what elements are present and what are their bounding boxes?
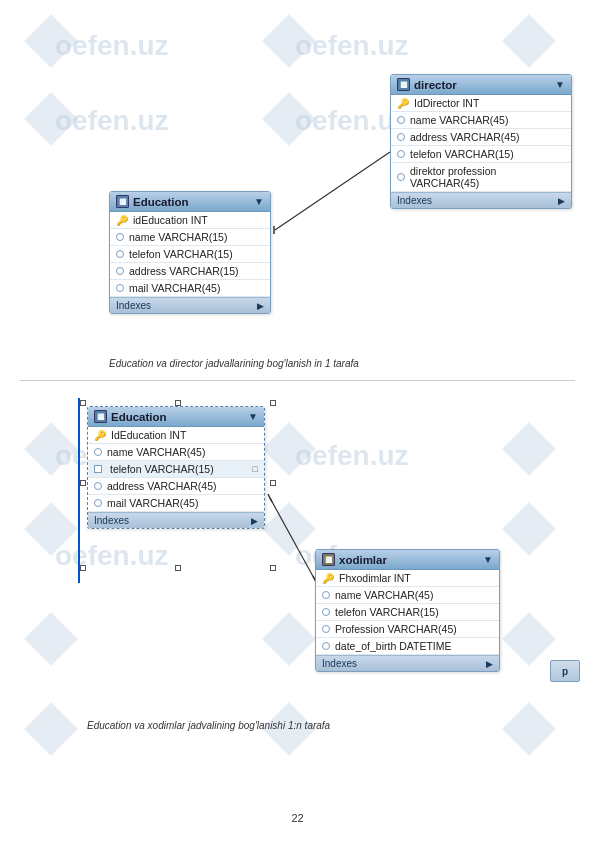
field-dot <box>94 482 102 490</box>
field-dot <box>397 133 405 141</box>
diamond-decor <box>262 422 316 476</box>
selection-handle <box>80 565 86 571</box>
diamond-decor <box>502 502 556 556</box>
director-title: director <box>414 79 457 91</box>
field-dot <box>94 499 102 507</box>
field-dot <box>94 465 102 473</box>
field-name-edu2: name VARCHAR(45) <box>88 444 264 461</box>
education-table-header-2: ▦ Education ▼ <box>88 407 264 427</box>
indexes-row-edu2: Indexes ▶ <box>88 512 264 528</box>
watermark-7: oefen.uz <box>55 540 169 572</box>
section-divider <box>20 380 575 381</box>
education-table-header-1: ▦ Education ▼ <box>110 192 270 212</box>
field-dob-xod: date_of_birth DATETIME <box>316 638 499 655</box>
field-dot <box>397 173 405 181</box>
table-icon: ▦ <box>322 553 335 566</box>
selection-handle <box>80 480 86 486</box>
field-telefon-edu2: telefon VARCHAR(15) □ <box>88 461 264 478</box>
field-address-1: address VARCHAR(15) <box>110 263 270 280</box>
field-dot <box>397 150 405 158</box>
toolbar-button[interactable]: p <box>550 660 580 682</box>
diamond-decor <box>24 502 78 556</box>
field-dot <box>322 608 330 616</box>
field-idEducation-2: 🔑 IdEducation INT <box>88 427 264 444</box>
field-name-1: name VARCHAR(15) <box>110 229 270 246</box>
watermark-1: oefen.uz <box>55 30 169 62</box>
caption-section2: Education va xodimlar jadvalining bog'la… <box>87 720 330 731</box>
director-table-header: ▦ director ▼ <box>391 75 571 95</box>
xodimlar-title: xodimlar <box>339 554 387 566</box>
header-arrow: ▼ <box>483 554 493 565</box>
field-mail-1: mail VARCHAR(45) <box>110 280 270 297</box>
field-address-dir: address VARCHAR(45) <box>391 129 571 146</box>
selection-handle <box>270 480 276 486</box>
diamond-decor <box>262 14 316 68</box>
diamond-decor <box>502 14 556 68</box>
field-idDirector: 🔑 IdDirector INT <box>391 95 571 112</box>
diamond-decor <box>262 502 316 556</box>
xodimlar-table: ▦ xodimlar ▼ 🔑 Fhxodimlar INT name VARCH… <box>315 549 500 672</box>
field-dot <box>116 284 124 292</box>
selection-handle <box>175 565 181 571</box>
field-dot <box>116 250 124 258</box>
svg-line-0 <box>275 152 390 230</box>
education-table-section1: ▦ Education ▼ 🔑 idEducation INT name VAR… <box>109 191 271 314</box>
diamond-decor <box>262 92 316 146</box>
selection-handle <box>270 565 276 571</box>
field-dot <box>322 625 330 633</box>
svg-line-4 <box>268 494 272 502</box>
diamond-decor <box>502 612 556 666</box>
director-table: ▦ director ▼ 🔑 IdDirector INT name VARCH… <box>390 74 572 209</box>
diamond-decor <box>24 422 78 476</box>
field-dot <box>116 233 124 241</box>
field-telefon-dir: telefon VARCHAR(15) <box>391 146 571 163</box>
indexes-row-dir: Indexes ▶ <box>391 192 571 208</box>
diamond-decor <box>24 14 78 68</box>
education-title-1: Education <box>133 196 189 208</box>
table-icon: ▦ <box>94 410 107 423</box>
cursor-line <box>78 398 80 583</box>
field-name-xod: name VARCHAR(45) <box>316 587 499 604</box>
diamond-decor <box>262 612 316 666</box>
field-name-dir: name VARCHAR(45) <box>391 112 571 129</box>
watermark-3: oefen.uz <box>55 105 169 137</box>
indexes-row-xod: Indexes ▶ <box>316 655 499 671</box>
caption-section1: Education va director jadvallarining bog… <box>109 358 359 369</box>
field-dot <box>397 116 405 124</box>
table-icon: ▦ <box>397 78 410 91</box>
selection-handle <box>80 400 86 406</box>
field-dot <box>322 591 330 599</box>
diamond-decor <box>24 702 78 756</box>
watermark-6: oefen.uz <box>295 440 409 472</box>
diamond-decor <box>24 92 78 146</box>
watermark-2: oefen.uz <box>295 30 409 62</box>
field-profession-dir: direktor profession VARCHAR(45) <box>391 163 571 192</box>
field-dot <box>94 448 102 456</box>
education-table-section2: ▦ Education ▼ 🔑 IdEducation INT name VAR… <box>87 406 265 529</box>
field-fhxodimlar: 🔑 Fhxodimlar INT <box>316 570 499 587</box>
education-title-2: Education <box>111 411 167 423</box>
indexes-row-1: Indexes ▶ <box>110 297 270 313</box>
field-mail-edu2: mail VARCHAR(45) <box>88 495 264 512</box>
xodimlar-table-header: ▦ xodimlar ▼ <box>316 550 499 570</box>
table-icon: ▦ <box>116 195 129 208</box>
field-dot <box>116 267 124 275</box>
diamond-decor <box>502 422 556 476</box>
field-telefon-1: telefon VARCHAR(15) <box>110 246 270 263</box>
diamond-decor <box>24 612 78 666</box>
field-profession-xod: Profession VARCHAR(45) <box>316 621 499 638</box>
field-address-edu2: address VARCHAR(45) <box>88 478 264 495</box>
header-arrow: ▼ <box>254 196 264 207</box>
header-arrow: ▼ <box>248 411 258 422</box>
field-telefon-xod: telefon VARCHAR(15) <box>316 604 499 621</box>
selection-handle <box>270 400 276 406</box>
page-number: 22 <box>291 812 303 824</box>
field-dot <box>322 642 330 650</box>
header-arrow: ▼ <box>555 79 565 90</box>
svg-line-3 <box>270 498 315 580</box>
diamond-decor <box>502 702 556 756</box>
field-idEducation-1: 🔑 idEducation INT <box>110 212 270 229</box>
